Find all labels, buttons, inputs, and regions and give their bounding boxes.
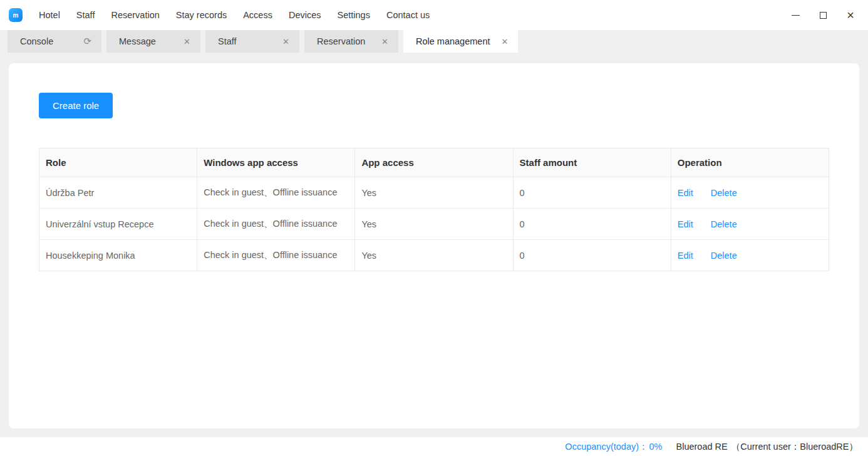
- minimize-button[interactable]: [782, 0, 809, 30]
- header-staff-amount: Staff amount: [513, 148, 671, 177]
- close-window-button[interactable]: ×: [837, 0, 864, 30]
- windows-access-cell: Check in guest、Offline issuance: [197, 240, 355, 271]
- app-access-cell: Yes: [355, 209, 513, 240]
- maximize-button[interactable]: [809, 0, 837, 30]
- role-table: Role Windows app access App access Staff…: [39, 148, 829, 271]
- staff-amount-cell: 0: [513, 209, 671, 240]
- edit-link[interactable]: Edit: [678, 251, 693, 261]
- header-operation: Operation: [671, 148, 829, 177]
- edit-link[interactable]: Edit: [678, 188, 693, 198]
- tab-role-management[interactable]: Role management ✕: [403, 30, 518, 53]
- menu-item-hotel[interactable]: Hotel: [31, 0, 68, 30]
- refresh-icon[interactable]: ⟳: [83, 36, 91, 47]
- edit-link[interactable]: Edit: [678, 219, 693, 229]
- app-access-cell: Yes: [355, 177, 513, 209]
- table-row: Housekkeping Monika Check in guest、Offli…: [39, 240, 829, 271]
- close-icon: ×: [847, 9, 854, 21]
- role-cell: Housekkeping Monika: [39, 240, 197, 271]
- close-tab-icon[interactable]: ✕: [183, 37, 190, 46]
- menu-item-settings[interactable]: Settings: [329, 0, 378, 30]
- tab-message[interactable]: Message ✕: [106, 30, 200, 53]
- app-window: m HotelStaffReservationStay recordsAcces…: [0, 0, 868, 456]
- close-tab-icon[interactable]: ✕: [502, 37, 509, 46]
- operation-cell: Edit Delete: [671, 177, 829, 209]
- role-cell: Údržba Petr: [39, 177, 197, 209]
- operation-cell: Edit Delete: [671, 209, 829, 240]
- close-tab-icon[interactable]: ✕: [381, 37, 388, 46]
- windows-access-cell: Check in guest、Offline issuance: [197, 209, 355, 240]
- top-menu: HotelStaffReservationStay recordsAccessD…: [31, 0, 782, 30]
- menu-item-reservation[interactable]: Reservation: [103, 0, 167, 30]
- delete-link[interactable]: Delete: [711, 219, 737, 229]
- header-app-access: App access: [355, 148, 513, 177]
- table-row: Údržba Petr Check in guest、Offline issua…: [39, 177, 829, 209]
- windows-access-cell: Check in guest、Offline issuance: [197, 177, 355, 209]
- app-access-cell: Yes: [355, 240, 513, 271]
- tab-reservation[interactable]: Reservation ✕: [304, 30, 398, 53]
- close-tab-icon[interactable]: ✕: [282, 37, 289, 46]
- table-row: Univerzální vstup Recepce Check in guest…: [39, 209, 829, 240]
- tab-staff[interactable]: Staff ✕: [205, 30, 299, 53]
- tab-bar: Console ⟳ Message ✕ Staff ✕ Reservation …: [0, 30, 868, 53]
- menu-item-access[interactable]: Access: [235, 0, 281, 30]
- operation-cell: Edit Delete: [671, 240, 829, 271]
- title-bar: m HotelStaffReservationStay recordsAcces…: [0, 0, 868, 30]
- hotel-name: Blueroad RE: [676, 442, 728, 452]
- occupancy-value: 0%: [649, 442, 663, 452]
- header-role: Role: [39, 148, 197, 177]
- header-windows-app-access: Windows app access: [197, 148, 355, 177]
- create-role-button[interactable]: Create role: [39, 93, 113, 118]
- maximize-icon: [820, 12, 827, 19]
- occupancy-label: Occupancy(today)：: [565, 441, 648, 453]
- page-background: Create role Role Windows app access App …: [0, 53, 868, 437]
- content-card: Create role Role Windows app access App …: [9, 63, 859, 428]
- app-logo-icon: m: [9, 8, 23, 22]
- table-header-row: Role Windows app access App access Staff…: [39, 148, 829, 177]
- delete-link[interactable]: Delete: [711, 251, 737, 261]
- delete-link[interactable]: Delete: [711, 188, 737, 198]
- tab-console[interactable]: Console ⟳: [8, 30, 101, 53]
- staff-amount-cell: 0: [513, 240, 671, 271]
- current-user: （Current user：BlueroadRE）: [731, 441, 858, 453]
- menu-item-staff[interactable]: Staff: [68, 0, 103, 30]
- minimize-icon: [792, 15, 800, 16]
- menu-item-devices[interactable]: Devices: [281, 0, 329, 30]
- role-cell: Univerzální vstup Recepce: [39, 209, 197, 240]
- window-controls: ×: [782, 0, 864, 30]
- staff-amount-cell: 0: [513, 177, 671, 209]
- role-table-body: Údržba Petr Check in guest、Offline issua…: [39, 177, 829, 271]
- menu-item-stay-records[interactable]: Stay records: [168, 0, 235, 30]
- menu-item-contact-us[interactable]: Contact us: [378, 0, 438, 30]
- status-bar: Occupancy(today)： 0% Blueroad RE （Curren…: [0, 437, 868, 456]
